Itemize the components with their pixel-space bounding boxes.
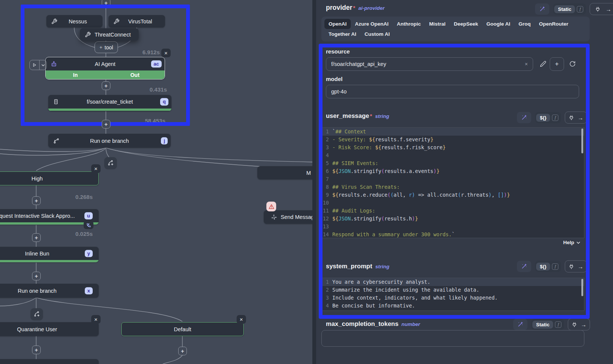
code-line: 12${JSON.stringify(results.h)} <box>322 215 584 223</box>
line-number: 2 <box>322 136 332 144</box>
flow-node-partial[interactable] <box>0 359 99 364</box>
code-token: ${ <box>332 215 338 223</box>
add-branch-button[interactable] <box>104 157 117 169</box>
input-mode-selected[interactable]: ${} <box>536 263 550 271</box>
flow-node-inline-bun[interactable]: Inline Bun y <box>0 247 99 262</box>
code-line: 7 <box>322 175 584 183</box>
flow-node-threatconnect[interactable]: ThreatConnect <box>80 28 139 41</box>
ai-assist-button[interactable] <box>513 319 527 330</box>
code-editor-toggle-icon[interactable]: ƒ <box>552 263 558 270</box>
duration-create-ticket: 0.431s <box>136 86 167 93</box>
provider-tab-groq[interactable]: Groq <box>514 19 535 29</box>
input-mode-selected[interactable]: Static <box>532 321 553 329</box>
code-line: 4 <box>322 151 584 159</box>
plug-icon[interactable] <box>595 6 601 12</box>
run-step-button-group[interactable] <box>29 60 47 70</box>
remove-high-branch-button[interactable]: × <box>91 164 101 173</box>
provider-tab-custom-ai[interactable]: Custom AI <box>361 29 394 39</box>
flow-node-send-message[interactable]: Send Message <box>264 210 312 224</box>
agent-out-label[interactable]: Out <box>130 72 139 78</box>
arrow-right-icon[interactable]: → <box>605 6 611 12</box>
remove-default-branch-button[interactable]: × <box>237 315 246 324</box>
resource-input[interactable]: f/soar/chatgpt_api_key × <box>326 57 533 71</box>
add-step-connector[interactable]: + <box>32 346 41 354</box>
plug-icon[interactable] <box>572 322 577 327</box>
input-mode-selected[interactable]: Static <box>554 5 575 13</box>
connect-io-buttons[interactable]: → <box>565 260 587 272</box>
max-tokens-input[interactable] <box>321 330 584 347</box>
provider-tab-anthropic[interactable]: Anthropic <box>393 19 425 29</box>
refresh-resource-button[interactable] <box>569 61 576 67</box>
flow-node-ai-agent[interactable]: AI Agent ac In Out <box>45 57 165 80</box>
robot-icon <box>50 61 57 67</box>
field-name: user_message <box>326 112 369 119</box>
provider-tab-together-ai[interactable]: Together AI <box>324 29 361 39</box>
connect-io-buttons[interactable]: → <box>565 112 587 124</box>
chevron-down-icon[interactable] <box>40 64 46 66</box>
input-mode-toggle[interactable]: ${} ƒ <box>535 112 561 123</box>
flow-canvas[interactable]: + Nessus VirusTotal ThreatConnect + tool… <box>0 0 312 364</box>
code-editor-toggle-icon[interactable]: ƒ <box>555 321 561 328</box>
input-mode-toggle[interactable]: ${} ƒ <box>535 261 561 272</box>
add-step-connector[interactable]: + <box>102 81 110 90</box>
system-prompt-code-editor[interactable]: 1You are a cybersecurity analyst.2Summar… <box>321 278 584 311</box>
code-editor-toggle-icon[interactable]: ƒ <box>577 6 583 12</box>
add-tool-pill[interactable]: + tool <box>95 41 118 53</box>
node-label: Quarantine User <box>0 326 99 332</box>
ai-assist-button[interactable] <box>517 112 531 123</box>
code-editor-toggle-icon[interactable]: ƒ <box>552 115 558 121</box>
arrow-right-icon[interactable]: → <box>578 115 583 121</box>
code-token: JSON <box>338 215 351 223</box>
agent-io-bar[interactable]: In Out <box>46 70 165 79</box>
remove-quarantine-branch-button[interactable]: × <box>91 315 101 324</box>
edit-resource-button[interactable] <box>540 61 546 67</box>
flow-node-high-branch[interactable]: High <box>0 171 99 185</box>
connect-io-buttons[interactable]: → <box>568 318 590 330</box>
add-step-connector[interactable]: + <box>102 0 110 7</box>
provider-tab-mistral[interactable]: Mistral <box>425 19 450 29</box>
ai-assist-button[interactable] <box>535 3 549 15</box>
add-step-connector[interactable]: + <box>178 347 187 355</box>
remove-ai-agent-button[interactable]: × <box>161 49 171 57</box>
plus-icon: + <box>99 44 102 50</box>
add-resource-button[interactable]: + <box>550 57 564 71</box>
scrollbar-thumb[interactable] <box>581 279 583 296</box>
scrollbar-thumb[interactable] <box>581 128 583 153</box>
clear-icon[interactable]: × <box>525 61 528 67</box>
provider-tab-openrouter[interactable]: OpenRouter <box>535 19 573 29</box>
connect-io-buttons[interactable]: → <box>590 3 613 15</box>
play-icon[interactable] <box>30 60 40 70</box>
user-message-code-editor[interactable]: 1`## Context2- Severity: ${results.f.sev… <box>321 127 584 238</box>
arrow-right-icon[interactable]: → <box>578 263 583 270</box>
input-mode-toggle[interactable]: Static ƒ <box>553 3 586 15</box>
code-token: ( <box>390 191 393 199</box>
provider-tab-azure-openai[interactable]: Azure OpenAI <box>351 19 393 29</box>
flow-node-virustotal[interactable]: VirusTotal <box>109 15 165 28</box>
plug-icon[interactable] <box>569 264 574 269</box>
flow-node-default-branch[interactable]: Default <box>121 322 244 336</box>
flow-node-nessus[interactable]: Nessus <box>46 15 102 28</box>
flow-node-medium-branch[interactable]: M <box>257 166 312 179</box>
add-step-connector[interactable]: + <box>32 196 41 205</box>
flow-node-run-one-branch-x[interactable]: Run one branch x <box>0 284 99 298</box>
flow-node-run-one-branch-j[interactable]: Run one branch j <box>48 134 171 148</box>
provider-tab-google-ai[interactable]: Google AI <box>482 19 514 29</box>
model-input[interactable]: gpt-4o <box>326 85 579 98</box>
provider-tab-deepseek[interactable]: DeepSeek <box>450 19 483 29</box>
duration-slack-approval: 0.268s <box>63 194 93 200</box>
flow-node-quarantine-user[interactable]: Quarantine User <box>0 322 99 336</box>
provider-tab-openai[interactable]: OpenAI <box>324 19 351 29</box>
agent-in-label[interactable]: In <box>73 72 78 78</box>
input-mode-toggle[interactable]: Static ƒ <box>531 319 564 330</box>
code-token: ${ <box>375 144 381 151</box>
add-step-connector[interactable]: + <box>32 272 41 280</box>
flow-node-create-ticket[interactable]: f/soar/create_ticket q <box>48 95 171 111</box>
add-branch-button[interactable] <box>31 308 43 320</box>
arrow-right-icon[interactable]: → <box>581 321 586 328</box>
plug-icon[interactable] <box>569 115 574 121</box>
help-toggle[interactable]: Help <box>563 240 580 245</box>
input-mode-selected[interactable]: ${} <box>536 114 550 122</box>
add-step-connector[interactable]: + <box>32 233 41 242</box>
add-step-connector[interactable]: + <box>102 120 110 128</box>
ai-assist-button[interactable] <box>517 261 531 272</box>
